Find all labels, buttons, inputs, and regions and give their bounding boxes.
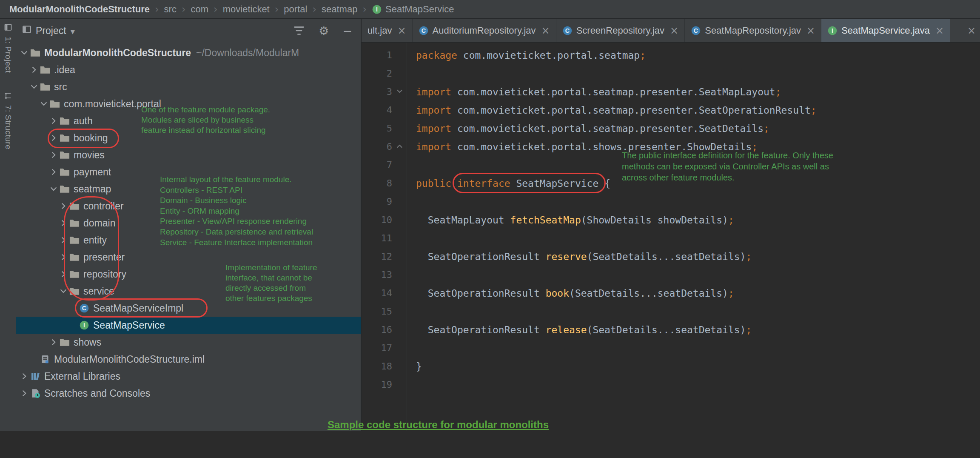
tree-item-modularmonolithcodestructure-iml[interactable]: ModularMonolithCodeStructure.iml [16,351,361,368]
code-line-16[interactable]: 16 SeatOperationResult release(SeatDetai… [362,321,980,339]
line-number: 6 [387,141,392,152]
editor-gutter: 15 [362,302,407,321]
tool-window-label: 1: Project [3,37,13,73]
tree-item-scratches-and-consoles[interactable]: Scratches and Consoles [16,385,361,402]
editor-gutter: 5 [362,119,407,137]
breadcrumb-item-com[interactable]: com [191,4,209,15]
breadcrumb-item-seatmap[interactable]: seatmap [322,4,357,15]
chevron-right-icon[interactable] [59,201,68,211]
chevron-right-icon[interactable] [59,218,68,228]
gutter-separator [407,43,407,458]
line-number: 16 [381,324,393,335]
chevron-right-icon[interactable] [20,372,29,381]
code-line-1[interactable]: 1package com.movieticket.portal.seatmap; [362,46,980,64]
svg-text:C: C [565,27,569,34]
tab-ult-jav[interactable]: ult.jav× [362,19,413,42]
code-line-18[interactable]: 18} [362,357,980,375]
svg-text:C: C [421,27,425,34]
tab-seatmapservice-java[interactable]: ISeatMapService.java× [821,19,950,42]
editor-gutter: 3 [362,83,407,101]
chevron-right-icon[interactable] [59,235,68,245]
tab-auditoriumrepository-jav[interactable]: CAuditoriumRepository.jav× [413,19,556,42]
tool-window-button-structure[interactable]: 7: Structure [3,92,13,149]
breadcrumb-separator-icon: › [214,3,218,15]
code-line-12[interactable]: 12 SeatOperationResult reserve(SeatDetai… [362,247,980,266]
class-icon: C [562,26,573,36]
code-line-11[interactable]: 11 [362,229,980,247]
breadcrumb-item-seatmapservice[interactable]: SeatMapService [385,4,454,15]
close-icon[interactable]: × [935,25,944,37]
tree-item-shows[interactable]: shows [16,334,361,351]
chevron-down-icon[interactable]: ▼ [71,28,75,35]
code-line-17[interactable]: 17 [362,339,980,357]
chevron-right-icon[interactable] [59,252,68,262]
code-line-15[interactable]: 15 [362,302,980,321]
folder-icon [59,337,70,348]
tree-item-movies[interactable]: movies [16,146,361,163]
chevron-down-icon[interactable] [39,99,48,109]
breadcrumb-item-portal[interactable]: portal [284,4,307,15]
breadcrumb-item-src[interactable]: src [164,4,177,15]
breadcrumb-separator-icon: › [155,3,159,15]
line-number: 19 [381,379,393,390]
indent-spacer [29,355,39,364]
tree-item-idea[interactable]: .idea [16,61,361,78]
collapse-all-icon[interactable] [293,25,305,37]
close-icon[interactable]: × [670,25,678,37]
code-line-14[interactable]: 14 SeatOperationResult book(SeatDetails.… [362,284,980,302]
folder-icon [49,98,60,109]
chevron-down-icon[interactable] [29,82,39,92]
close-icon[interactable]: × [541,25,550,37]
tab-screenrepository-jav[interactable]: CScreenRepository.jav× [556,19,685,42]
code-line-9[interactable]: 9 [362,192,980,211]
breadcrumb-item-modularmonolithcodestructure[interactable]: ModularMonolithCodeStructure [9,4,150,15]
line-number: 5 [387,123,392,134]
tree-item-label: repository [83,269,126,280]
code-line-3[interactable]: 3import com.movieticket.portal.seatmap.p… [362,83,980,101]
interface-icon: I [372,4,382,14]
tree-item-label: payment [74,166,111,178]
tab-seatmaprepository-jav[interactable]: CSeatMapRepository.jav× [685,19,821,42]
fold-marker-icon[interactable] [396,86,404,97]
chevron-down-icon[interactable] [59,286,68,296]
editor-gutter: 19 [362,375,407,394]
chevron-right-icon[interactable] [49,133,58,143]
code-line-2[interactable]: 2 [362,64,980,83]
chevron-right-icon[interactable] [59,269,68,279]
line-number: 2 [387,68,392,79]
code-line-5[interactable]: 5import com.movieticket.portal.seatmap.p… [362,119,980,137]
tree-item-seatmapservice[interactable]: ISeatMapService [16,317,361,334]
panel-title[interactable]: Project [36,25,66,37]
line-number: 14 [381,288,393,298]
close-icon[interactable]: × [806,25,815,37]
code-line-10[interactable]: 10 SeatMapLayout fetchSeatMap(ShowDetail… [362,211,980,229]
tree-item-src[interactable]: src [16,78,361,95]
editor-gutter: 7 [362,156,407,174]
code-text: package com.movieticket.portal.seatmap; [407,50,646,61]
annotation-impl-note: Implementation of feature interface, tha… [225,263,332,303]
hide-panel-icon[interactable]: − [342,25,352,37]
chevron-right-icon[interactable] [49,150,58,160]
fold-marker-icon[interactable] [396,141,404,152]
chevron-right-icon[interactable] [49,116,58,126]
folder-icon [69,200,80,212]
chevron-right-icon[interactable] [29,65,39,74]
tool-window-button-project[interactable]: 1: Project [3,23,13,73]
editor[interactable]: 1package com.movieticket.portal.seatmap;… [362,43,980,458]
close-icon[interactable]: × [963,25,980,37]
tree-item-external-libraries[interactable]: External Libraries [16,368,361,385]
breadcrumb-item-movieticket[interactable]: movieticket [223,4,270,15]
close-icon[interactable]: × [397,25,406,37]
breadcrumb: ModularMonolithCodeStructure›src›com›mov… [0,0,980,19]
chevron-right-icon[interactable] [20,389,29,398]
chevron-down-icon[interactable] [20,48,29,57]
chevron-right-icon[interactable] [49,338,58,347]
tree-item-modularmonolithcodestructure[interactable]: ModularMonolithCodeStructure~/Downloads/… [16,44,361,61]
code-line-19[interactable]: 19 [362,375,980,394]
code-line-4[interactable]: 4import com.movieticket.portal.seatmap.p… [362,101,980,119]
code-line-13[interactable]: 13 [362,266,980,284]
chevron-down-icon[interactable] [49,184,58,194]
gear-icon[interactable]: ⚙ [319,25,329,37]
chevron-right-icon[interactable] [49,167,58,177]
tree-item-label: .idea [54,64,75,76]
